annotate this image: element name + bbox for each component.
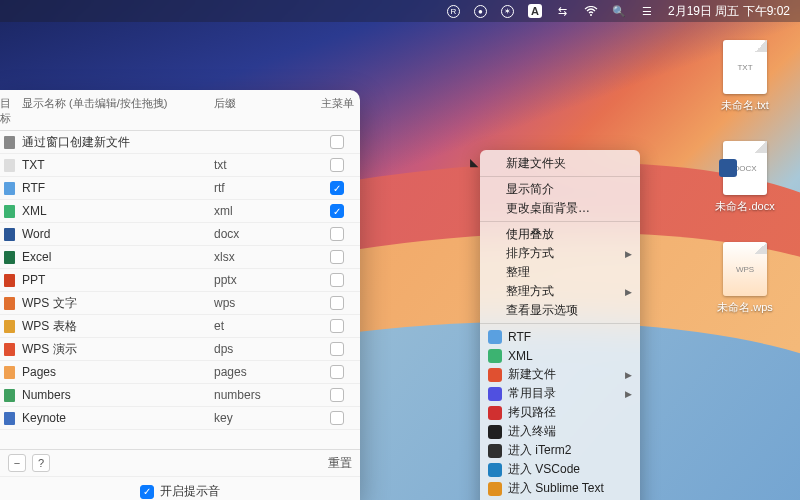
row-name[interactable]: WPS 文字 <box>18 295 214 312</box>
row-name[interactable]: Excel <box>18 250 214 264</box>
sound-toggle-label: 开启提示音 <box>160 483 220 500</box>
row-name[interactable]: Word <box>18 227 214 241</box>
row-checkbox[interactable] <box>330 319 344 333</box>
context-menu-item[interactable]: 进入 iTerm2 <box>480 441 640 460</box>
row-ext: txt <box>214 158 314 172</box>
menu-separator <box>480 176 640 177</box>
table-row[interactable]: 通过窗口创建新文件 <box>0 131 360 154</box>
help-button[interactable]: ? <box>32 454 50 472</box>
context-menu-item[interactable]: 新建文件▶ <box>480 365 640 384</box>
menu-item-label: 进入 VSCode <box>508 461 580 478</box>
row-ext: wps <box>214 296 314 310</box>
menu-item-icon <box>488 463 502 477</box>
row-ext: xml <box>214 204 314 218</box>
menubar: R ● ✶ A ⇆ 🔍 ☰ 2月19日 周五 下午9:02 <box>0 0 800 22</box>
menu-item-icon <box>488 406 502 420</box>
wifi-icon[interactable] <box>584 4 598 18</box>
table-row[interactable]: RTF rtf ✓ <box>0 177 360 200</box>
table-row[interactable]: Numbers numbers <box>0 384 360 407</box>
menubar-app-icon[interactable]: ✶ <box>501 5 514 18</box>
row-checkbox[interactable] <box>330 411 344 425</box>
table-row[interactable]: Pages pages <box>0 361 360 384</box>
row-name[interactable]: PPT <box>18 273 214 287</box>
prefs-column-header: 目标 显示名称 (单击编辑/按住拖拽) 后缀 主菜单 <box>0 90 360 131</box>
desktop-file[interactable]: DOCX未命名.docx <box>710 141 780 214</box>
menu-item-icon <box>488 425 502 439</box>
row-name[interactable]: Numbers <box>18 388 214 402</box>
context-menu-item[interactable]: 整理方式▶ <box>480 282 640 301</box>
row-checkbox[interactable] <box>330 296 344 310</box>
row-name[interactable]: RTF <box>18 181 214 195</box>
row-name[interactable]: WPS 演示 <box>18 341 214 358</box>
menu-item-label: 常用目录 <box>508 385 556 402</box>
context-menu-item[interactable]: ◣新建文件夹 <box>480 154 640 173</box>
reset-button[interactable]: 重置 <box>328 455 352 472</box>
row-ext: et <box>214 319 314 333</box>
remove-button[interactable]: − <box>8 454 26 472</box>
row-checkbox[interactable] <box>330 273 344 287</box>
context-menu-item[interactable]: 常用目录▶ <box>480 384 640 403</box>
menu-item-icon <box>488 444 502 458</box>
col-icon-header: 目标 <box>0 96 18 126</box>
context-menu-item[interactable]: 排序方式▶ <box>480 244 640 263</box>
row-name[interactable]: Keynote <box>18 411 214 425</box>
row-name[interactable]: Pages <box>18 365 214 379</box>
desktop-file[interactable]: TXT未命名.txt <box>710 40 780 113</box>
context-menu-item[interactable]: 进入终端 <box>480 422 640 441</box>
menu-item-label: RTF <box>508 330 531 344</box>
menubar-status-icon[interactable]: R <box>447 5 460 18</box>
filetype-icon <box>4 228 15 241</box>
row-checkbox[interactable] <box>330 388 344 402</box>
table-row[interactable]: XML xml ✓ <box>0 200 360 223</box>
table-row[interactable]: TXT txt <box>0 154 360 177</box>
table-row[interactable]: Excel xlsx <box>0 246 360 269</box>
context-menu-item[interactable]: 整理 <box>480 263 640 282</box>
row-ext: xlsx <box>214 250 314 264</box>
table-row[interactable]: PPT pptx <box>0 269 360 292</box>
row-checkbox[interactable] <box>330 227 344 241</box>
menubar-datetime[interactable]: 2月19日 周五 下午9:02 <box>668 3 790 20</box>
table-row[interactable]: WPS 表格 et <box>0 315 360 338</box>
context-menu-item[interactable]: RTF <box>480 327 640 346</box>
filetype-icon <box>4 412 15 425</box>
context-menu-item[interactable]: 显示简介 <box>480 180 640 199</box>
table-row[interactable]: WPS 演示 dps <box>0 338 360 361</box>
table-row[interactable]: Keynote key <box>0 407 360 430</box>
file-icon: DOCX <box>723 141 767 195</box>
menu-item-label: 拷贝路径 <box>508 404 556 421</box>
prefs-footer: − ? 重置 <box>0 449 360 476</box>
context-menu-item[interactable]: 进入 Sublime Text <box>480 479 640 498</box>
row-checkbox[interactable] <box>330 135 344 149</box>
row-name[interactable]: XML <box>18 204 214 218</box>
menu-item-icon <box>488 349 502 363</box>
context-menu-item[interactable]: 更改桌面背景… <box>480 199 640 218</box>
row-checkbox[interactable] <box>330 342 344 356</box>
row-checkbox[interactable] <box>330 158 344 172</box>
context-menu: ◣新建文件夹显示简介更改桌面背景…使用叠放排序方式▶整理整理方式▶查看显示选项R… <box>480 150 640 500</box>
desktop-file[interactable]: WPS未命名.wps <box>710 242 780 315</box>
sound-toggle-checkbox[interactable]: ✓ <box>140 485 154 499</box>
context-menu-item[interactable]: 查看显示选项 <box>480 301 640 320</box>
table-row[interactable]: Word docx <box>0 223 360 246</box>
context-menu-item[interactable]: 使用叠放 <box>480 225 640 244</box>
menubar-record-icon[interactable]: ● <box>474 5 487 18</box>
table-row[interactable]: WPS 文字 wps <box>0 292 360 315</box>
row-checkbox[interactable]: ✓ <box>330 204 344 218</box>
row-checkbox[interactable]: ✓ <box>330 181 344 195</box>
chevron-right-icon: ▶ <box>625 249 632 259</box>
spotlight-icon[interactable]: 🔍 <box>612 4 626 18</box>
menubar-input-icon[interactable]: A <box>528 4 542 18</box>
row-ext: pages <box>214 365 314 379</box>
menubar-sync-icon[interactable]: ⇆ <box>556 4 570 18</box>
row-name[interactable]: 通过窗口创建新文件 <box>18 134 214 151</box>
context-menu-item[interactable]: XML <box>480 346 640 365</box>
menu-item-label: 新建文件夹 <box>506 155 566 172</box>
row-checkbox[interactable] <box>330 250 344 264</box>
control-center-icon[interactable]: ☰ <box>640 4 654 18</box>
row-name[interactable]: WPS 表格 <box>18 318 214 335</box>
row-checkbox[interactable] <box>330 365 344 379</box>
context-menu-item[interactable]: 拷贝路径 <box>480 403 640 422</box>
row-name[interactable]: TXT <box>18 158 214 172</box>
context-menu-item[interactable]: 进入 VSCode <box>480 460 640 479</box>
menu-separator <box>480 221 640 222</box>
